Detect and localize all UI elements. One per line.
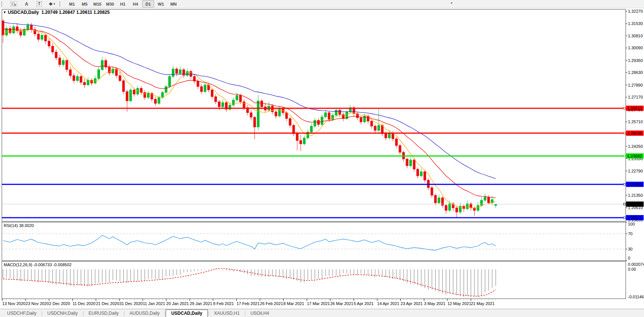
chart-tab-usdcad[interactable]: USDCAD,Daily (166, 310, 208, 317)
svg-text:1.22000: 1.22000 (627, 182, 642, 187)
chart-tab-usdcnh[interactable]: USDCNH,Daily (43, 310, 82, 317)
svg-text:23 Nov 2020: 23 Nov 2020 (26, 301, 49, 306)
svg-text:1.30810: 1.30810 (628, 34, 643, 38)
svg-text:1.27890: 1.27890 (628, 83, 643, 87)
svg-text:1.23682: 1.23682 (627, 154, 642, 158)
chart-tab-eurusd[interactable]: EURUSD,Daily (84, 310, 124, 317)
grid-settings-button[interactable]: ⬚F (8, 0, 20, 7)
svg-text:14 Apr 2021: 14 Apr 2021 (377, 301, 399, 306)
arrange-windows-button[interactable]: ❖ ▾ (46, 0, 58, 7)
svg-text:-0.011462: -0.011462 (628, 295, 644, 299)
svg-text:1.25036: 1.25036 (627, 131, 642, 136)
timeframe-button-h4[interactable]: H4 (129, 0, 141, 7)
chart-tab-audusd[interactable]: AUDUSD,Daily (125, 310, 165, 317)
price-level-badge: 1.22000 (623, 182, 644, 187)
toolbar-grip-icon[interactable] (1, 1, 6, 6)
collapse-triangle-icon[interactable]: ▼ (3, 10, 6, 14)
svg-text:8 Feb 2021: 8 Feb 2021 (213, 301, 234, 306)
svg-text:26 Mar 2021: 26 Mar 2021 (330, 301, 353, 306)
price-level-badge: 1.20825 (623, 202, 644, 207)
svg-text:1.20021: 1.20021 (627, 215, 642, 220)
price-level-badge: 1.25036 (623, 131, 644, 136)
text-label-icon: T (37, 1, 42, 7)
svg-text:1.20825: 1.20825 (627, 202, 642, 206)
macd-indicator-label: MACD(12,26,9) -0.006733 -0.008502 (4, 262, 72, 267)
svg-text:5 Apr 2021: 5 Apr 2021 (354, 301, 373, 306)
chart-tab-usdchf[interactable]: USDCHF,Daily (2, 310, 41, 317)
svg-text:1.25710: 1.25710 (628, 119, 643, 124)
font-tool-icon: A (25, 1, 28, 7)
svg-text:70: 70 (628, 231, 632, 236)
svg-text:23 Apr 2021: 23 Apr 2021 (401, 301, 423, 306)
svg-text:2 Dec 2020: 2 Dec 2020 (49, 301, 70, 306)
svg-text:3 May 2021: 3 May 2021 (424, 301, 445, 306)
toolbar-overflow-chevron-icon[interactable]: ▾ (451, 1, 453, 5)
svg-text:0.002074: 0.002074 (628, 262, 644, 267)
rsi-indicator-label: RSI(14) 38.0020 (4, 223, 34, 228)
main-pane[interactable] (2, 9, 626, 221)
svg-text:31 Dec 2020: 31 Dec 2020 (119, 301, 143, 306)
svg-text:100: 100 (628, 222, 635, 226)
chart-canvas[interactable]: 1.322701.315301.308101.300901.293501.286… (0, 0, 644, 317)
svg-text:1.29350: 1.29350 (628, 58, 643, 63)
svg-text:8 Mar 2021: 8 Mar 2021 (284, 301, 304, 306)
svg-text:1.32270: 1.32270 (628, 9, 643, 13)
grid-settings-icon: ⬚F (10, 1, 18, 7)
price-level-badge: 1.20021 (623, 215, 644, 220)
svg-text:26 Feb 2021: 26 Feb 2021 (260, 301, 283, 306)
svg-text:20 Jan 2021: 20 Jan 2021 (166, 301, 189, 306)
chart-tab-usoil[interactable]: USOil,H4 (246, 310, 274, 317)
timeframe-button-m5[interactable]: M5 (79, 0, 91, 7)
chart-tab-xauusd[interactable]: XAUUSD,H1 (209, 310, 244, 317)
chevron-down-icon: ▾ (53, 2, 55, 6)
svg-text:1.28630: 1.28630 (628, 70, 643, 75)
rsi-pane[interactable] (2, 222, 626, 261)
time-axis[interactable]: 13 Nov 202023 Nov 20202 Dec 202011 Dec 2… (2, 299, 496, 306)
svg-text:1.31530: 1.31530 (628, 21, 643, 26)
svg-text:1.26513: 1.26513 (627, 106, 642, 111)
symbol-tabbar: USDCHF,Daily|USDCNH,Daily|EURUSD,Daily|A… (0, 309, 644, 317)
timeframe-button-mn[interactable]: MN (168, 0, 179, 7)
svg-text:12 May 2021: 12 May 2021 (447, 301, 471, 306)
svg-text:17 Feb 2021: 17 Feb 2021 (237, 301, 260, 306)
toolbar-grip-icon[interactable] (59, 1, 64, 6)
svg-text:21 Dec 2020: 21 Dec 2020 (96, 301, 119, 306)
svg-text:1.22790: 1.22790 (628, 169, 643, 173)
timeframe-button-h1[interactable]: H1 (117, 0, 129, 7)
svg-text:11 Dec 2020: 11 Dec 2020 (72, 301, 96, 306)
text-label-button[interactable]: T (33, 0, 45, 7)
svg-text:11 Jan 2021: 11 Jan 2021 (143, 301, 165, 306)
svg-text:1.24250: 1.24250 (628, 144, 643, 149)
toolbar: ⬚F A T ❖ ▾ M1M5M15M30H1H4D1W1MN ▾ (0, 0, 644, 8)
svg-text:17 Mar 2021: 17 Mar 2021 (307, 301, 330, 306)
timeframe-button-m30[interactable]: M30 (104, 0, 116, 7)
font-tool-button[interactable]: A (21, 0, 32, 7)
svg-text:0: 0 (628, 256, 630, 260)
timeframe-button-w1[interactable]: W1 (155, 0, 167, 7)
svg-text:1.21350: 1.21350 (628, 193, 643, 198)
svg-text:13 Nov 2020: 13 Nov 2020 (2, 301, 25, 306)
price-level-badge: 1.23682 (623, 153, 644, 159)
price-level-badge: 1.26513 (623, 106, 644, 111)
svg-text:1.30090: 1.30090 (628, 46, 643, 50)
svg-text:1.27170: 1.27170 (628, 95, 643, 99)
arrange-windows-icon: ❖ (49, 1, 53, 7)
timeframe-button-m15[interactable]: M15 (91, 0, 103, 7)
timeframe-button-d1[interactable]: D1 (142, 0, 154, 7)
timeframe-button-m1[interactable]: M1 (66, 0, 78, 7)
svg-text:29 Jan 2021: 29 Jan 2021 (190, 301, 212, 306)
svg-text:0.00: 0.00 (628, 267, 636, 271)
chart-title: ▼USDCAD,Daily 1.20749 1.20847 1.20611 1.… (3, 10, 110, 15)
ohlc-values: 1.20749 1.20847 1.20611 1.20825 (41, 10, 110, 15)
svg-text:30: 30 (628, 247, 632, 251)
mt4-window: { "toolbar": { "icon_buttons": [ {"id": … (0, 0, 644, 317)
symbol-title: USDCAD,Daily (8, 10, 39, 15)
svg-text:21 May 2021: 21 May 2021 (471, 301, 495, 306)
